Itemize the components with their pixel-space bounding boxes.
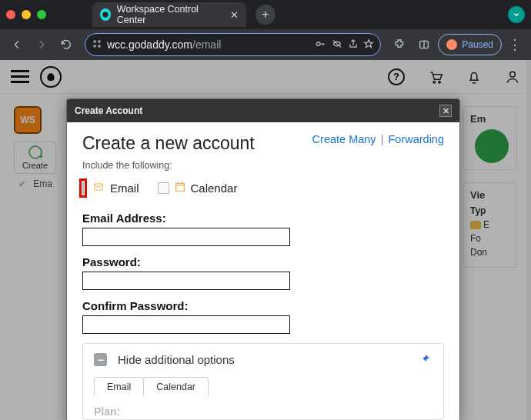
- incognito-icon[interactable]: [331, 38, 343, 52]
- url-text: wcc.godaddy.com/email: [107, 38, 309, 51]
- include-label: Include the following:: [82, 160, 444, 171]
- password-field: Password:: [82, 255, 444, 290]
- profile-avatar-icon: [446, 39, 457, 50]
- svg-point-2: [94, 45, 95, 46]
- address-bar[interactable]: wcc.godaddy.com/email: [85, 33, 381, 56]
- confirm-password-field: Confirm Password:: [82, 299, 444, 334]
- create-account-modal: Create Account ✕ Create a new account Cr…: [66, 98, 460, 420]
- share-icon[interactable]: [348, 38, 359, 52]
- tab-title: Workspace Control Center: [117, 4, 215, 25]
- window-titlebar: Workspace Control Center ✕ +: [0, 0, 531, 29]
- create-many-link[interactable]: Create Many: [312, 133, 376, 145]
- calendar-icon: [174, 181, 186, 195]
- modal-header-title: Create Account: [75, 105, 142, 116]
- modal-title: Create a new account: [82, 133, 255, 154]
- include-calendar-checkbox[interactable]: [158, 182, 169, 194]
- confirm-password-input[interactable]: [82, 315, 290, 334]
- profile-paused-pill[interactable]: Paused: [438, 34, 502, 55]
- confirm-password-label: Confirm Password:: [82, 299, 444, 312]
- highlighted-checkbox-marker: [79, 178, 87, 198]
- include-calendar-option: Calendar: [158, 181, 238, 195]
- include-email-option: Email: [82, 178, 139, 198]
- modal-body: Create a new account Create Many | Forwa…: [67, 122, 459, 420]
- collapse-icon: −: [94, 353, 107, 366]
- options-toggle[interactable]: − Hide additional options: [94, 353, 432, 366]
- page-content: ? WS Create ✔: [0, 60, 531, 420]
- email-label: Email Address:: [82, 212, 444, 225]
- window-minimize[interactable]: [22, 10, 31, 19]
- include-options: Email Calendar: [82, 178, 444, 198]
- browser-tab[interactable]: Workspace Control Center ✕: [92, 2, 246, 27]
- nav-forward-icon[interactable]: [31, 34, 52, 55]
- svg-point-3: [99, 45, 100, 46]
- window-dropdown[interactable]: [508, 6, 525, 23]
- svg-point-0: [94, 40, 95, 42]
- modal-header: Create Account ✕: [67, 99, 459, 122]
- password-input[interactable]: [82, 272, 290, 290]
- site-settings-icon[interactable]: [92, 38, 102, 52]
- nav-reload-icon[interactable]: [55, 34, 77, 55]
- modal-close-icon[interactable]: ✕: [439, 105, 452, 117]
- include-email-checkbox[interactable]: [82, 181, 84, 195]
- modal-links: Create Many | Forwarding: [312, 133, 444, 145]
- tab-favicon: [100, 8, 111, 21]
- link-separator: |: [379, 133, 386, 145]
- password-label: Password:: [82, 255, 444, 268]
- nav-back-icon[interactable]: [6, 34, 28, 55]
- svg-rect-10: [95, 184, 103, 190]
- paused-label: Paused: [462, 39, 493, 50]
- window-close[interactable]: [6, 10, 15, 19]
- email-input[interactable]: [82, 228, 290, 246]
- svg-point-1: [99, 40, 100, 42]
- options-toggle-label: Hide additional options: [118, 353, 235, 366]
- password-key-icon[interactable]: [314, 38, 326, 52]
- bookmark-star-icon[interactable]: [363, 38, 374, 52]
- tab-calendar[interactable]: Calendar: [143, 377, 209, 396]
- pin-icon[interactable]: [419, 353, 431, 368]
- email-address-field: Email Address:: [82, 212, 444, 246]
- tab-close-icon[interactable]: ✕: [230, 9, 239, 21]
- new-tab-button[interactable]: +: [255, 5, 276, 25]
- tab-email[interactable]: Email: [94, 377, 144, 396]
- browser-menu-icon[interactable]: ⋮: [505, 36, 525, 53]
- plan-label: Plan:: [94, 405, 432, 419]
- envelope-icon: [92, 182, 105, 195]
- svg-rect-11: [175, 183, 184, 191]
- svg-point-4: [317, 42, 321, 45]
- window-controls: [6, 10, 46, 19]
- additional-options-box: − Hide additional options Email Calendar…: [82, 343, 444, 420]
- window-maximize[interactable]: [37, 10, 46, 19]
- include-calendar-label: Calendar: [191, 182, 238, 195]
- browser-toolbar: wcc.godaddy.com/email Paused ⋮: [0, 29, 531, 60]
- forwarding-link[interactable]: Forwarding: [388, 133, 444, 145]
- options-tabs: Email Calendar: [94, 377, 432, 396]
- include-email-label: Email: [110, 182, 139, 195]
- side-panel-icon[interactable]: [413, 34, 435, 55]
- extensions-icon[interactable]: [389, 34, 410, 55]
